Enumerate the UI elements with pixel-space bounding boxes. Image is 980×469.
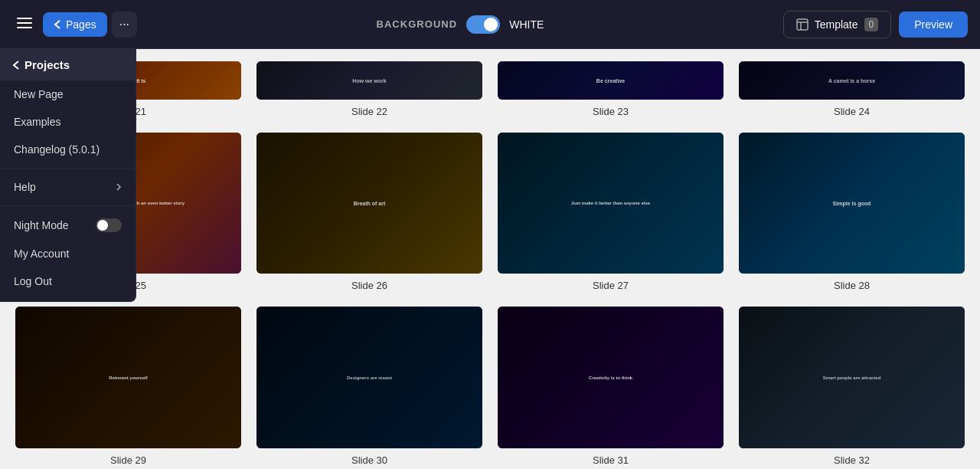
slide-thumb-31: Creativity is to think <box>498 307 724 448</box>
slide-label-31: Slide 31 <box>498 454 724 466</box>
dropdown-menu: Projects New Page Examples Changelog (5.… <box>0 49 136 302</box>
slide-thumb-24: A camel is a horse <box>739 61 965 100</box>
slide-thumb-22: How we work <box>256 61 482 100</box>
svg-rect-0 <box>17 18 32 19</box>
slides-grid: Tell it like it is Slide 21 How we work … <box>15 61 965 466</box>
slide-item-27[interactable]: Just make it better than anyone else Sli… <box>498 133 724 291</box>
pages-label: Pages <box>66 18 96 31</box>
menu-item-changelog[interactable]: Changelog (5.0.1) <box>0 136 136 163</box>
slide-thumb-26: Breath of art <box>256 133 482 274</box>
menu-item-new-page[interactable]: New Page <box>0 80 136 108</box>
back-label: Projects <box>24 58 70 71</box>
slide-thumb-29: Reinvent yourself <box>15 307 241 448</box>
back-to-projects[interactable]: Projects <box>0 49 136 80</box>
night-mode-toggle[interactable] <box>96 218 122 232</box>
template-badge: 0 <box>864 18 879 31</box>
slide-item-24[interactable]: A camel is a horse Slide 24 <box>739 61 965 117</box>
menu-button[interactable] <box>12 11 37 38</box>
menu-item-examples[interactable]: Examples <box>0 108 136 136</box>
template-icon <box>796 18 808 31</box>
template-label: Template <box>815 18 858 31</box>
chevron-right-icon <box>116 182 122 192</box>
more-button[interactable]: ··· <box>112 11 137 38</box>
svg-rect-1 <box>17 22 32 24</box>
menu-item-log-out[interactable]: Log Out <box>0 267 136 295</box>
slide-label-30: Slide 30 <box>256 454 482 466</box>
svg-rect-3 <box>797 19 808 30</box>
slide-label-27: Slide 27 <box>498 280 724 291</box>
menu-divider-1 <box>0 168 136 169</box>
main-content: Tell it like it is Slide 21 How we work … <box>0 49 980 469</box>
slide-item-22[interactable]: How we work Slide 22 <box>256 61 482 117</box>
svg-rect-2 <box>17 27 32 28</box>
slide-thumb-30: Designers are meant <box>256 307 482 448</box>
menu-item-night-mode: Night Mode <box>0 211 136 240</box>
template-button[interactable]: Template 0 <box>783 11 892 38</box>
slide-item-30[interactable]: Designers are meant Slide 30 <box>256 307 482 465</box>
background-label: BACKGROUND <box>376 18 457 30</box>
slide-thumb-23: Be creative <box>498 61 724 100</box>
slide-thumb-28: Simple is good <box>739 133 965 274</box>
white-label: WHITE <box>509 18 544 31</box>
slide-label-32: Slide 32 <box>739 454 965 466</box>
header: Pages ··· BACKGROUND WHITE Template 0 Pr… <box>0 0 980 49</box>
menu-item-help[interactable]: Help <box>0 173 136 201</box>
menu-divider-2 <box>0 205 136 206</box>
slide-label-26: Slide 26 <box>256 280 482 291</box>
slide-thumb-32: Smart people are attracted <box>739 307 965 448</box>
menu-item-my-account[interactable]: My Account <box>0 240 136 267</box>
slide-item-26[interactable]: Breath of art Slide 26 <box>256 133 482 291</box>
slide-thumb-27: Just make it better than anyone else <box>498 133 724 274</box>
slide-item-23[interactable]: Be creative Slide 23 <box>498 61 724 117</box>
slide-label-22: Slide 22 <box>256 106 482 117</box>
slide-item-29[interactable]: Reinvent yourself Slide 29 <box>15 307 241 465</box>
background-toggle[interactable] <box>466 15 500 34</box>
header-center: BACKGROUND WHITE <box>137 15 783 34</box>
slide-label-23: Slide 23 <box>498 106 724 117</box>
preview-button[interactable]: Preview <box>899 11 968 38</box>
slide-item-28[interactable]: Simple is good Slide 28 <box>739 133 965 291</box>
slide-item-32[interactable]: Smart people are attracted Slide 32 <box>739 307 965 465</box>
pages-button[interactable]: Pages <box>43 12 107 37</box>
slide-label-24: Slide 24 <box>739 106 965 117</box>
slide-label-29: Slide 29 <box>15 454 241 466</box>
slide-item-31[interactable]: Creativity is to think Slide 31 <box>498 307 724 465</box>
slide-label-28: Slide 28 <box>739 280 965 291</box>
header-right: Template 0 Preview <box>783 11 968 38</box>
